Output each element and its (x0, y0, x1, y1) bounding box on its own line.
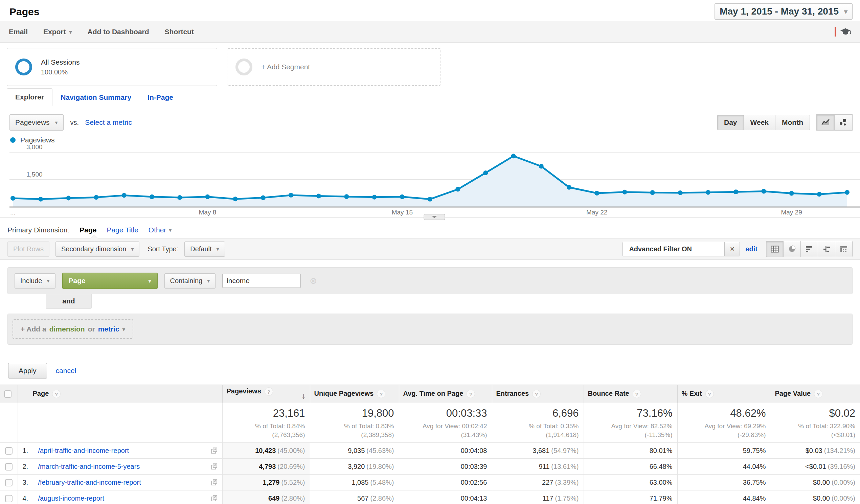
data-point[interactable] (66, 196, 71, 201)
filter-value-input[interactable] (222, 274, 301, 288)
data-point[interactable] (372, 195, 377, 200)
data-point[interactable] (289, 193, 293, 198)
data-point[interactable] (177, 195, 182, 200)
email-button[interactable]: Email (9, 28, 28, 36)
data-point[interactable] (344, 194, 349, 199)
data-point[interactable] (233, 197, 238, 201)
help-icon[interactable]: ? (633, 390, 641, 398)
edit-filter-link[interactable]: edit (745, 245, 758, 253)
line-chart-view-button[interactable] (816, 114, 835, 131)
page-link[interactable]: /august-income-report (38, 494, 207, 503)
filter-field-dropdown[interactable]: Page ▾ (62, 273, 158, 289)
performance-view-button[interactable] (801, 241, 818, 257)
data-point[interactable] (594, 191, 599, 196)
secondary-dimension-dropdown[interactable]: Secondary dimension ▾ (56, 242, 139, 257)
help-icon[interactable]: ? (52, 390, 60, 398)
data-point[interactable] (845, 190, 849, 195)
shortcut-button[interactable]: Shortcut (165, 28, 194, 36)
motion-chart-view-button[interactable] (834, 114, 852, 131)
tab-in-page[interactable]: In-Page (139, 89, 181, 106)
remove-filter-button[interactable]: × (724, 242, 740, 256)
data-point[interactable] (11, 196, 15, 201)
data-point[interactable] (205, 195, 210, 199)
include-exclude-dropdown[interactable]: Include ▾ (15, 273, 56, 289)
primary-dimension-page[interactable]: Page (80, 226, 97, 234)
education-cap-icon[interactable] (840, 27, 851, 37)
date-range-selector[interactable]: May 1, 2015 - May 31, 2015 ▾ (715, 3, 852, 19)
data-point[interactable] (38, 197, 43, 202)
sort-type-dropdown[interactable]: Default ▾ (184, 242, 225, 257)
granularity-day-button[interactable]: Day (717, 115, 744, 130)
metric-dropdown[interactable]: Pageviews ▾ (10, 114, 63, 131)
unique-pageviews-cell: 567(2.86%) (310, 490, 399, 504)
column-header-entrances[interactable]: Entrances? (492, 385, 584, 403)
data-point[interactable] (539, 164, 544, 169)
page-link[interactable]: /april-traffic-and-income-report (38, 446, 207, 455)
segment-all-sessions[interactable]: All Sessions 100.00% (7, 48, 217, 86)
data-point[interactable] (706, 190, 711, 195)
data-view-button[interactable] (766, 241, 784, 257)
help-icon[interactable]: ? (467, 390, 475, 398)
data-point[interactable] (733, 189, 738, 194)
pivot-view-button[interactable] (835, 241, 852, 257)
apply-button[interactable]: Apply (8, 363, 47, 378)
row-checkbox[interactable] (5, 463, 13, 471)
select-all-checkbox[interactable] (4, 390, 12, 398)
page-link[interactable]: /february-traffic-and-income-report (38, 478, 207, 487)
tab-explorer[interactable]: Explorer (7, 88, 53, 106)
help-icon[interactable]: ? (705, 390, 714, 398)
data-point[interactable] (761, 189, 766, 194)
add-segment-button[interactable]: + Add Segment (227, 48, 441, 86)
data-point[interactable] (567, 185, 571, 190)
data-point[interactable] (316, 194, 321, 199)
data-point[interactable] (650, 190, 655, 195)
column-header-bounce-rate[interactable]: Bounce Rate? (584, 385, 677, 403)
row-checkbox[interactable] (5, 447, 13, 455)
data-point[interactable] (122, 193, 127, 198)
data-point[interactable] (400, 195, 405, 199)
column-header-unique-pageviews[interactable]: Unique Pageviews? (310, 385, 399, 403)
data-point[interactable] (789, 191, 794, 196)
add-dimension-or-metric-button[interactable]: + Add a dimension or metric ▾ (13, 319, 133, 339)
data-point[interactable] (261, 195, 266, 200)
granularity-week-button[interactable]: Week (744, 115, 775, 130)
data-point[interactable] (622, 190, 627, 195)
column-header-exit[interactable]: % Exit? (677, 385, 771, 403)
data-point[interactable] (511, 154, 516, 158)
column-header-page-value[interactable]: Page Value? (771, 385, 860, 403)
add-to-dashboard-button[interactable]: Add to Dashboard (88, 28, 149, 36)
data-point[interactable] (94, 195, 99, 200)
data-point[interactable] (483, 171, 488, 175)
filter-operator-dropdown[interactable]: Containing ▾ (164, 273, 216, 289)
data-point[interactable] (678, 190, 683, 195)
help-icon[interactable]: ? (814, 390, 822, 398)
data-point[interactable] (455, 187, 460, 192)
data-point[interactable] (428, 197, 432, 202)
open-in-new-icon[interactable] (211, 479, 217, 486)
open-in-new-icon[interactable] (211, 447, 217, 454)
comparison-view-button[interactable] (818, 241, 835, 257)
column-header-page[interactable]: Page? (18, 385, 222, 403)
page-link[interactable]: /march-traffic-and-income-5-years (38, 462, 207, 471)
tab-navigation-summary[interactable]: Navigation Summary (53, 89, 139, 106)
column-header-pageviews[interactable]: Pageviews?↓ (222, 385, 310, 403)
open-in-new-icon[interactable] (211, 463, 217, 470)
export-button[interactable]: Export ▾ (43, 28, 72, 36)
primary-dimension-other[interactable]: Other ▾ (148, 226, 172, 234)
select-a-metric-link[interactable]: Select a metric (85, 118, 132, 127)
plot-rows-button[interactable]: Plot Rows (8, 242, 49, 257)
percentage-view-button[interactable] (783, 241, 801, 257)
granularity-month-button[interactable]: Month (775, 115, 810, 130)
data-point[interactable] (817, 192, 822, 197)
help-icon[interactable]: ? (377, 390, 385, 398)
row-checkbox[interactable] (5, 479, 13, 486)
open-in-new-icon[interactable] (211, 495, 217, 502)
help-icon[interactable]: ? (264, 387, 273, 396)
data-point[interactable] (149, 195, 154, 199)
primary-dimension-page-title[interactable]: Page Title (106, 226, 138, 234)
cancel-link[interactable]: cancel (56, 367, 76, 375)
remove-clause-icon[interactable]: ⊗ (310, 276, 317, 286)
row-checkbox[interactable] (5, 495, 13, 502)
column-header-avg-time[interactable]: Avg. Time on Page? (399, 385, 492, 403)
help-icon[interactable]: ? (532, 390, 541, 398)
